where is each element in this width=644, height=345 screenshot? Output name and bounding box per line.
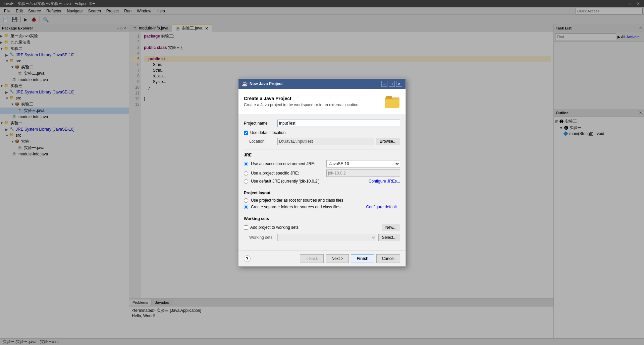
layout-radio-1[interactable] <box>244 198 248 203</box>
project-name-row: Project name: <box>244 120 400 127</box>
jre-option-2: Use a project specific JRE: <box>244 169 400 177</box>
layout-option-1-label: Use project folder as root for sources a… <box>251 198 400 203</box>
dialog-close-button[interactable]: ✕ <box>396 81 402 87</box>
configure-default-link[interactable]: Configure default... <box>366 205 400 209</box>
project-name-input[interactable] <box>277 120 400 127</box>
dialog-body: Project name: Use default location Locat… <box>238 114 406 251</box>
cancel-button[interactable]: Cancel <box>376 254 400 263</box>
use-default-label[interactable]: Use default location <box>250 130 285 135</box>
dialog-minimize[interactable]: — <box>381 81 387 87</box>
jre-radio-3[interactable] <box>244 179 248 184</box>
dialog-header: Create a Java Project Create a Java proj… <box>238 89 406 114</box>
jre-option-1: Use an execution environment JRE: JavaSE… <box>244 160 400 167</box>
dialog-controls: — □ ✕ <box>381 81 402 87</box>
divider-3 <box>244 213 400 213</box>
jre-option-2-label: Use a project specific JRE: <box>251 171 324 176</box>
project-name-label: Project name: <box>244 121 277 126</box>
back-button[interactable]: < Back <box>300 254 324 263</box>
jre-specific-input <box>326 169 400 177</box>
working-sets-label: Working sets <box>244 216 400 221</box>
dialog-folder-icon <box>384 93 400 109</box>
jre-env-select[interactable]: JavaSE-10 <box>326 160 400 167</box>
dialog-overlay: ☕ New Java Project — □ ✕ Create a Java P… <box>0 0 644 345</box>
finish-button[interactable]: Finish <box>351 254 374 263</box>
jre-radio-group: Use an execution environment JRE: JavaSE… <box>244 160 400 184</box>
layout-radio-2[interactable] <box>244 205 248 209</box>
location-row: Location: Browse... <box>244 138 400 145</box>
working-sets-field-label: Working sets: <box>249 235 277 240</box>
browse-button[interactable]: Browse... <box>376 138 400 145</box>
dialog-title: New Java Project <box>250 81 381 86</box>
new-working-set-button[interactable]: New... <box>382 224 400 231</box>
dialog-header-desc: Create a Java project in the workspace o… <box>244 102 360 107</box>
add-working-sets-label[interactable]: Add project to working sets <box>250 225 299 230</box>
layout-option-1: Use project folder as root for sources a… <box>244 198 400 203</box>
divider-2 <box>244 187 400 187</box>
next-button[interactable]: Next > <box>326 254 349 263</box>
dialog-maximize[interactable]: □ <box>389 81 395 87</box>
dialog-icon: ☕ <box>242 81 248 86</box>
add-working-sets-checkbox[interactable] <box>244 225 248 230</box>
working-sets-select <box>277 234 376 241</box>
divider-1 <box>244 149 400 149</box>
svg-rect-1 <box>386 96 392 99</box>
layout-option-2: Create separate folders for sources and … <box>244 205 400 209</box>
select-working-set-button[interactable]: Select... <box>378 234 400 241</box>
dialog-header-title: Create a Java Project <box>244 96 360 101</box>
location-input[interactable] <box>277 138 374 145</box>
jre-option-3-label: Use default JRE (currently 'jdk-10.0.2') <box>251 179 366 184</box>
jre-radio-2[interactable] <box>244 171 248 176</box>
jre-radio-1[interactable] <box>244 162 248 166</box>
new-java-project-dialog: ☕ New Java Project — □ ✕ Create a Java P… <box>238 78 406 267</box>
dialog-titlebar: ☕ New Java Project — □ ✕ <box>238 79 406 89</box>
layout-radio-group: Use project folder as root for sources a… <box>244 198 400 209</box>
jre-option-1-label: Use an execution environment JRE: <box>251 161 324 166</box>
jre-section-label: JRE <box>244 153 400 157</box>
layout-option-2-label: Create separate folders for sources and … <box>251 205 364 209</box>
jre-option-3: Use default JRE (currently 'jdk-10.0.2')… <box>244 179 400 184</box>
dialog-footer: ? < Back Next > Finish Cancel <box>238 251 406 266</box>
help-button[interactable]: ? <box>244 255 251 262</box>
location-label: Location: <box>249 139 277 144</box>
dialog-header-text: Create a Java Project Create a Java proj… <box>244 96 360 107</box>
configure-jres-link[interactable]: Configure JREs... <box>369 179 400 184</box>
project-layout-label: Project layout <box>244 191 400 195</box>
working-sets-select-row: Working sets: Select... <box>244 234 400 241</box>
use-default-location-row: Use default location <box>244 130 400 135</box>
use-default-checkbox[interactable] <box>244 131 248 135</box>
add-working-sets-row: Add project to working sets New... <box>244 224 400 231</box>
